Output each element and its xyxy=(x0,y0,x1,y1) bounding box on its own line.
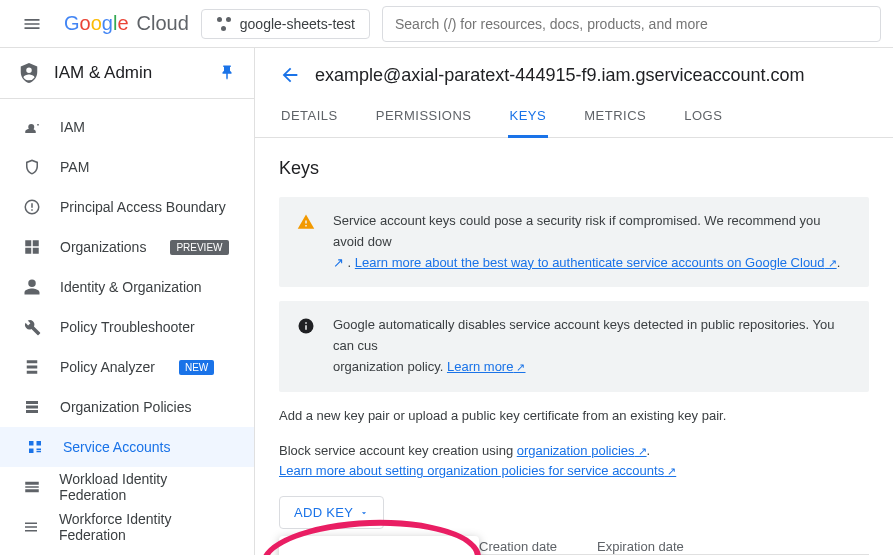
banner-text: Google automatically disables service ac… xyxy=(333,317,835,353)
topbar: Google Cloud google-sheets-test xyxy=(0,0,893,48)
org-icon xyxy=(23,238,41,256)
sidebar-item-label: Policy Analyzer xyxy=(60,359,155,375)
tab-details[interactable]: DETAILS xyxy=(279,96,340,137)
dropdown-arrow-icon xyxy=(359,508,369,518)
service-account-icon xyxy=(26,438,44,456)
sidebar-item-orgs[interactable]: OrganizationsPREVIEW xyxy=(0,227,254,267)
col-expiration-date: Expiration date xyxy=(597,539,684,554)
sidebar-item-label: Policy Troubleshooter xyxy=(60,319,195,335)
keys-section: Keys Service account keys could pose a s… xyxy=(255,138,893,555)
project-picker[interactable]: google-sheets-test xyxy=(201,9,370,39)
content-area: example@axial-paratext-444915-f9.iam.gse… xyxy=(255,48,893,555)
sidebar-item-pab[interactable]: Principal Access Boundary xyxy=(0,187,254,227)
banner-text: Service account keys could pose a securi… xyxy=(333,213,820,249)
sidebar-title: IAM & Admin xyxy=(54,63,204,83)
sidebar-item-wif[interactable]: Workload Identity Federation xyxy=(0,467,254,507)
page-header: example@axial-paratext-444915-f9.iam.gse… xyxy=(255,48,893,96)
analyzer-icon xyxy=(23,358,41,376)
banner-text-2: organization policy. xyxy=(333,359,443,374)
sidebar-item-service-accounts[interactable]: Service Accounts xyxy=(0,427,254,467)
body-text-2: Block service account key creation using… xyxy=(279,441,869,483)
sidebar-item-wkif[interactable]: Workforce Identity Federation xyxy=(0,507,254,547)
menu-item-create-key[interactable]: Create new key xyxy=(279,542,479,555)
body-text-1: Add a new key pair or upload a public ke… xyxy=(279,406,869,427)
info-banner: Google automatically disables service ac… xyxy=(279,301,869,391)
arrow-back-icon xyxy=(279,64,301,86)
search-bar[interactable] xyxy=(382,6,881,42)
sidebar-item-label: Service Accounts xyxy=(63,439,170,455)
menu-icon xyxy=(22,14,42,34)
sidebar-item-label: Organizations xyxy=(60,239,146,255)
tab-keys[interactable]: KEYS xyxy=(508,96,549,138)
sidebar-item-label: Workforce Identity Federation xyxy=(59,511,232,543)
warning-icon xyxy=(297,213,315,273)
section-heading: Keys xyxy=(279,158,869,179)
shield-user-icon xyxy=(18,62,40,84)
wrench-icon xyxy=(23,318,41,336)
pin-button[interactable] xyxy=(218,64,236,82)
project-icon xyxy=(216,16,232,32)
sidebar-item-pam[interactable]: PAM xyxy=(0,147,254,187)
sidebar-item-label: IAM xyxy=(60,119,85,135)
sidebar-item-label: Workload Identity Federation xyxy=(59,471,232,503)
wkif-icon xyxy=(22,518,40,536)
iam-icon xyxy=(23,118,41,136)
person-icon xyxy=(23,278,41,296)
google-cloud-logo[interactable]: Google Cloud xyxy=(64,12,189,35)
new-badge: NEW xyxy=(179,360,214,375)
wif-icon xyxy=(23,478,41,496)
info-learn-more-link[interactable]: Learn more xyxy=(447,359,526,374)
page-title: example@axial-paratext-444915-f9.iam.gse… xyxy=(315,65,805,86)
preview-badge: PREVIEW xyxy=(170,240,228,255)
project-name: google-sheets-test xyxy=(240,16,355,32)
sidebar-item-iam[interactable]: IAM xyxy=(0,107,254,147)
info-icon xyxy=(297,317,315,377)
sidebar-item-label: PAM xyxy=(60,159,89,175)
tab-permissions[interactable]: PERMISSIONS xyxy=(374,96,474,137)
warning-banner: Service account keys could pose a securi… xyxy=(279,197,869,287)
sidebar-item-org-policies[interactable]: Organization Policies xyxy=(0,387,254,427)
search-input[interactable] xyxy=(395,16,868,32)
add-key-menu: Create new key Upload existing key xyxy=(279,536,479,555)
shield-icon xyxy=(23,158,41,176)
external-link-icon: ↗ xyxy=(333,255,344,270)
sidebar-header: IAM & Admin xyxy=(0,48,254,99)
sidebar-item-policy-trouble[interactable]: Policy Troubleshooter xyxy=(0,307,254,347)
policy-icon xyxy=(23,398,41,416)
add-key-button[interactable]: ADD KEY xyxy=(279,496,384,529)
sidebar: IAM & Admin IAM PAM Principal Access Bou… xyxy=(0,48,255,555)
boundary-icon xyxy=(23,198,41,216)
sidebar-item-label: Principal Access Boundary xyxy=(60,199,226,215)
sidebar-item-policy-analyzer[interactable]: Policy AnalyzerNEW xyxy=(0,347,254,387)
sidebar-nav: IAM PAM Principal Access Boundary Organi… xyxy=(0,99,254,555)
hamburger-menu-button[interactable] xyxy=(12,4,52,44)
sidebar-item-label: Identity & Organization xyxy=(60,279,202,295)
warn-learn-more-link[interactable]: Learn more about the best way to authent… xyxy=(355,255,837,270)
sidebar-item-identity[interactable]: Identity & Organization xyxy=(0,267,254,307)
pin-icon xyxy=(218,64,236,82)
add-key-wrapper: ADD KEY Create new key Upload existing k… xyxy=(279,496,869,555)
tab-logs[interactable]: LOGS xyxy=(682,96,724,137)
org-policies-link[interactable]: organization policies xyxy=(517,443,647,458)
col-creation-date: Creation date xyxy=(479,539,557,554)
sidebar-item-label: Organization Policies xyxy=(60,399,192,415)
tabs: DETAILS PERMISSIONS KEYS METRICS LOGS xyxy=(255,96,893,138)
back-button[interactable] xyxy=(279,64,301,86)
tab-metrics[interactable]: METRICS xyxy=(582,96,648,137)
learn-more-org-policies-link[interactable]: Learn more about setting organization po… xyxy=(279,463,676,478)
